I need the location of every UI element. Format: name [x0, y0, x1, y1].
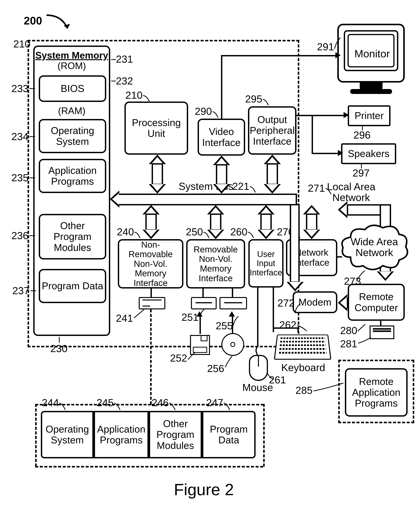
- proc-bus-down-icon: [149, 184, 166, 194]
- video-bus-down-icon: [213, 184, 230, 194]
- apps-box: Application Programs: [39, 159, 106, 193]
- disk-apps-box: Application Programs: [94, 411, 149, 458]
- n-fdd: 251: [182, 311, 198, 323]
- boundary-label: 210: [13, 38, 30, 50]
- ram-label: (RAM): [35, 106, 109, 116]
- rom-label: (ROM): [58, 61, 86, 71]
- n-disk-os: 244: [42, 397, 59, 408]
- wan-label: Wide AreaNetwork: [350, 236, 399, 258]
- bus-arrow-left-icon: [110, 191, 119, 208]
- n-rom: 231: [116, 53, 133, 65]
- bios-box: BIOS: [39, 75, 106, 102]
- outp-bus-up-icon: [264, 155, 281, 164]
- remote-tower-icon: [370, 325, 394, 339]
- usr-if-box: User Input Interface: [248, 239, 284, 287]
- outp-bus-shaft: [267, 163, 278, 185]
- n-data: 237: [12, 285, 29, 297]
- nrem-bus-down-icon: [143, 230, 160, 239]
- hdd-dash-h: [35, 404, 151, 405]
- n-bus: 221: [232, 180, 249, 192]
- n-disk-data: 247: [206, 397, 223, 408]
- lan-label: Local AreaNetwork: [327, 181, 376, 203]
- nrem-bus-shaft: [145, 213, 157, 231]
- video-bus-up-icon: [213, 156, 230, 165]
- monitor-label: Monitor: [354, 48, 390, 60]
- system-memory-title: System Memory: [35, 50, 108, 61]
- usr-bus-shaft: [260, 213, 272, 231]
- figure-caption: Figure 2: [174, 480, 234, 499]
- hdd-dash-v: [150, 309, 152, 404]
- disk-modules-box: Other Program Modules: [149, 411, 202, 458]
- nrem-bus-up-icon: [143, 205, 160, 214]
- hdd-dash-v3: [263, 404, 265, 467]
- n-nonrem-if: 240: [117, 226, 134, 238]
- net-bus-shaft: [306, 213, 317, 231]
- n-modules: 236: [11, 230, 28, 241]
- n-video-if: 290: [195, 105, 212, 117]
- n-cd: 256: [207, 362, 224, 374]
- lan-left-icon: [338, 201, 347, 218]
- usr-bus-up-icon: [258, 205, 275, 214]
- net-bus-up-icon: [303, 205, 320, 214]
- n-remote-apps: 285: [296, 384, 313, 396]
- n-odd: 255: [216, 320, 233, 332]
- hdd-dash-v2: [35, 404, 37, 467]
- n-keyboard: 262: [279, 319, 296, 331]
- rem-if-box: Removable Non-Vol. Memory Interface: [186, 239, 245, 288]
- n-rem-if: 250: [186, 226, 203, 238]
- bus-modem-shaft: [290, 204, 300, 283]
- mouse-icon: [249, 355, 268, 381]
- video-bus-shaft: [216, 164, 227, 185]
- data-box: Program Data: [39, 269, 106, 303]
- usr-bus-down-icon: [258, 230, 275, 239]
- n-os: 234: [11, 131, 28, 142]
- optical-drive-icon: [220, 297, 247, 309]
- n-monitor: 291: [317, 41, 334, 53]
- n-speakers: 297: [353, 167, 370, 179]
- remote-dashed: [338, 360, 414, 423]
- speakers-box: Speakers: [341, 143, 396, 164]
- n-out-periph: 295: [245, 93, 262, 105]
- n-modem: 272: [277, 297, 295, 309]
- outp-bus-down-icon: [264, 184, 281, 194]
- modem-wan-left-icon: [338, 294, 347, 311]
- remote-computer-box: Remote Computer: [348, 284, 405, 321]
- disk-data-box: Program Data: [202, 411, 256, 458]
- proc-bus-shaft: [152, 163, 163, 185]
- bus-modem-down-icon: [287, 282, 304, 291]
- hdd-dash-h3: [152, 404, 264, 405]
- keyboard-label: Keyboard: [281, 361, 325, 373]
- rem-bus-down-icon: [207, 230, 224, 239]
- nonrem-if-box: Non-Removable Non-Vol. Memory Interface: [118, 239, 183, 288]
- printer-box: Printer: [348, 105, 391, 126]
- lan-down-icon: [377, 272, 394, 281]
- video-if-box: Video Interface: [198, 119, 245, 156]
- system-bus: [119, 194, 297, 205]
- n-ram: 232: [116, 75, 133, 87]
- processor-box: Processing Unit: [124, 101, 188, 155]
- hdd-dash-h2: [35, 466, 263, 468]
- rem-bus-up-icon: [207, 205, 224, 214]
- mouse-label: Mouse: [242, 382, 273, 393]
- n-remote: 280: [340, 324, 357, 336]
- n-floppy: 252: [170, 352, 187, 364]
- n-apps: 235: [11, 172, 28, 184]
- n-printer: 296: [354, 129, 370, 141]
- proc-bus-up-icon: [149, 155, 166, 164]
- rem-bus-shaft: [210, 213, 221, 231]
- n-processor: 210: [125, 89, 143, 101]
- n-remote-dev: 281: [340, 338, 357, 350]
- disk-os-box: Operating System: [41, 411, 94, 458]
- cd-icon: [221, 333, 244, 356]
- net-bus-down-icon: [303, 230, 320, 239]
- out-periph-box: Output Peripheral Interface: [248, 106, 296, 155]
- n-usr-if: 260: [230, 226, 248, 238]
- modules-box: Other Program Modules: [39, 214, 106, 260]
- n-disk-modules: 246: [152, 397, 169, 408]
- system-memory-outer: System Memory (ROM) BIOS (RAM) Operating…: [33, 46, 110, 336]
- n-sysmem-outer: 230: [50, 343, 67, 354]
- n-bios: 233: [11, 83, 28, 94]
- n-hdd: 241: [116, 312, 133, 324]
- figure-arrow-icon: [45, 13, 73, 34]
- keyboard-icon: [274, 334, 331, 360]
